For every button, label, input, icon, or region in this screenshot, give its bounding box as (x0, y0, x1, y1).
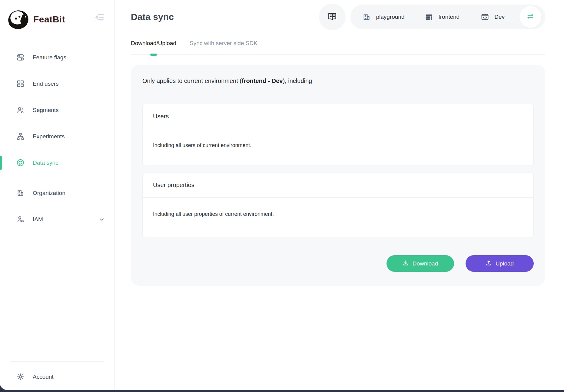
application-name: frontend (438, 14, 459, 20)
switch-environment-button[interactable] (519, 6, 541, 28)
environment-notice: Only applies to current environment (fro… (142, 77, 534, 84)
section-description: Including all users of current environme… (143, 129, 533, 165)
sidebar-item-label: Organization (33, 190, 65, 196)
sidebar-item-segments[interactable]: Segments (0, 97, 114, 123)
gear-icon (16, 373, 25, 381)
section-title: Users (143, 104, 533, 129)
tab-download-upload[interactable]: Download/Upload (131, 40, 176, 47)
active-tab-indicator (150, 54, 157, 56)
main-content: Data sync (114, 0, 564, 392)
data-sync-card: Only applies to current environment (fro… (131, 65, 545, 286)
environment-selector[interactable]: Dev (481, 13, 505, 21)
notice-environment: frontend - Dev (242, 77, 283, 84)
featbit-panda-logo-icon (7, 7, 32, 32)
open-book-icon (327, 11, 337, 23)
tab-bar: Download/Upload Sync with server side SD… (131, 40, 545, 55)
application-selector[interactable]: frontend (425, 13, 459, 21)
menu-fold-icon[interactable] (94, 12, 105, 22)
environment-switcher: playground (350, 5, 545, 29)
sidebar-item-end-users[interactable]: End users (0, 71, 114, 97)
documentation-button[interactable] (319, 4, 346, 30)
section-title: User properties (143, 173, 533, 198)
card-actions: Download Upload (142, 255, 534, 272)
logo-row: FeatBit (0, 0, 114, 44)
page-header: Data sync (131, 0, 545, 34)
rounded-corner (0, 383, 7, 390)
sidebar-bottom-group: Account (0, 360, 114, 390)
sidebar-item-label: Segments (33, 107, 59, 114)
sidebar-item-label: End users (33, 81, 59, 87)
swap-arrows-icon (526, 12, 535, 22)
sync-icon (16, 159, 25, 167)
user-group-icon (16, 106, 25, 114)
sidebar: FeatBit Feature flags (0, 0, 114, 390)
user-key-icon (16, 215, 25, 223)
sidebar-item-iam[interactable]: IAM (0, 206, 114, 232)
download-icon (403, 260, 409, 268)
toggles-icon (16, 53, 25, 61)
brand-name: FeatBit (33, 14, 65, 25)
grid-icon (16, 80, 25, 88)
header-controls: playground (319, 4, 545, 30)
section-description: Including all user properties of current… (143, 198, 533, 237)
sidebar-item-label: Feature flags (33, 54, 66, 61)
sidebar-nav: Feature flags End users Segments (0, 44, 114, 390)
tab-label: Download/Upload (131, 40, 176, 46)
code-window-icon (481, 13, 489, 21)
sidebar-item-label: Experiments (33, 133, 65, 140)
notice-prefix: Only applies to current environment ( (142, 77, 242, 84)
notice-suffix: ), including (283, 77, 312, 84)
chevron-down-icon (98, 216, 105, 223)
upload-button-label: Upload (496, 260, 514, 267)
server-stack-icon (425, 13, 433, 21)
project-name: playground (376, 14, 404, 20)
tab-label: Sync with server side SDK (190, 40, 257, 46)
bottom-edge-bar (0, 390, 564, 392)
building-icon (16, 189, 25, 197)
page-title: Data sync (131, 12, 174, 22)
sidebar-item-label: Account (33, 374, 54, 380)
user-properties-section: User properties Including all user prope… (142, 173, 534, 237)
sidebar-item-feature-flags[interactable]: Feature flags (0, 44, 114, 71)
download-button-label: Download (413, 260, 438, 267)
sidebar-item-experiments[interactable]: Experiments (0, 123, 114, 150)
building-icon (362, 13, 371, 21)
sidebar-item-data-sync[interactable]: Data sync (0, 150, 114, 176)
sidebar-divider (10, 361, 104, 362)
sidebar-item-label: Data sync (33, 160, 58, 166)
project-selector[interactable]: playground (362, 13, 404, 21)
active-indicator (0, 156, 2, 170)
sitemap-icon (16, 132, 25, 140)
environment-name: Dev (494, 14, 505, 20)
sidebar-item-label: IAM (33, 216, 43, 223)
users-section: Users Including all users of current env… (142, 104, 534, 165)
sidebar-item-account[interactable]: Account (0, 364, 114, 390)
download-button[interactable]: Download (387, 255, 454, 272)
sidebar-divider (10, 178, 104, 178)
sidebar-item-organization[interactable]: Organization (0, 180, 114, 206)
tab-sync-server-sdk[interactable]: Sync with server side SDK (190, 40, 257, 47)
upload-icon (486, 260, 492, 268)
upload-button[interactable]: Upload (466, 255, 534, 272)
